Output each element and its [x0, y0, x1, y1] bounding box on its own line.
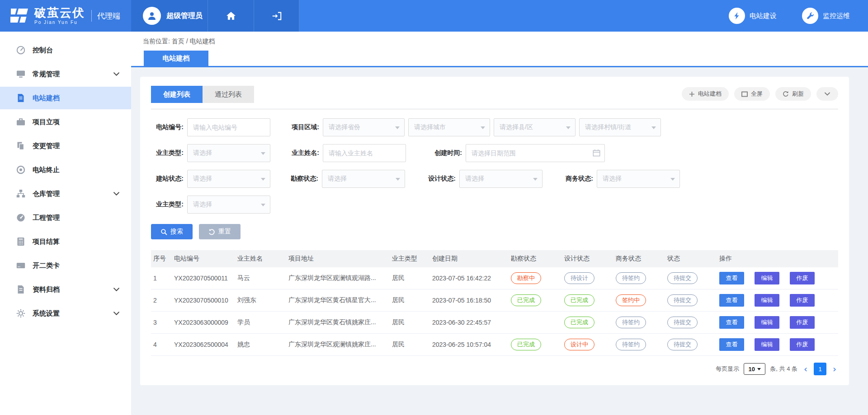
- view-button[interactable]: 查看: [719, 272, 744, 284]
- caret-down-icon: [396, 178, 400, 181]
- sidebar-item-open-class2-card[interactable]: 开二类卡: [0, 254, 131, 277]
- reset-button[interactable]: 重置: [199, 224, 241, 239]
- refresh-label: 刷新: [792, 90, 804, 98]
- create-station-label: 电站建档: [698, 90, 722, 98]
- reset-icon: [208, 228, 215, 235]
- tab-create-list[interactable]: 创建列表: [151, 86, 203, 103]
- field-region: 项目区域: 请选择省份 请选择城市 请选择县/区 请选择村镇/街道: [287, 118, 665, 136]
- user-menu[interactable]: 超级管理员: [131, 0, 208, 32]
- view-button[interactable]: 查看: [719, 338, 744, 351]
- owner-type-select[interactable]: 请选择: [187, 144, 270, 162]
- view-button[interactable]: 查看: [719, 294, 744, 307]
- create-station-button[interactable]: 电站建档: [682, 87, 729, 101]
- col-survey: 勘察状态: [511, 255, 564, 263]
- prev-page-button[interactable]: ‹: [802, 364, 809, 373]
- select-placeholder: 请选择城市: [414, 123, 446, 131]
- field-owner-type: 业主类型: 请选择: [151, 144, 270, 162]
- sidebar-item-label: 项目结算: [33, 238, 60, 246]
- tab-passed-list[interactable]: 通过列表: [203, 86, 254, 103]
- main-content: 当前位置: 首页 / 电站建档 电站建档 创建列表 通过列表 电站建档: [131, 32, 868, 415]
- col-design: 设计状态: [564, 255, 616, 263]
- void-button[interactable]: 作废: [790, 294, 815, 307]
- void-button[interactable]: 作废: [790, 316, 815, 329]
- field-label: 商务状态:: [561, 175, 593, 183]
- module-station-build[interactable]: 电站建设: [729, 8, 777, 24]
- home-button[interactable]: [208, 0, 254, 32]
- sidebar-item-data-archive[interactable]: 资料归档: [0, 278, 131, 301]
- filter-actions: 搜索 重置: [151, 224, 838, 239]
- copy-icon: [16, 141, 25, 150]
- user-icon: [146, 10, 157, 21]
- refresh-button[interactable]: 刷新: [775, 87, 811, 101]
- calculator-icon: [16, 237, 25, 246]
- survey-status-select[interactable]: 请选择: [322, 170, 405, 188]
- edit-button[interactable]: 编辑: [755, 316, 779, 329]
- sidebar-item-console[interactable]: 控制台: [0, 39, 131, 61]
- chevron-down-icon: [113, 312, 119, 315]
- edit-button[interactable]: 编辑: [755, 272, 779, 284]
- edit-button[interactable]: 编辑: [755, 338, 779, 351]
- date-range-picker[interactable]: [466, 144, 605, 162]
- view-button[interactable]: 查看: [719, 316, 744, 329]
- select-placeholder: 请选择: [465, 175, 484, 183]
- caret-down-icon: [670, 178, 675, 181]
- next-page-button[interactable]: ›: [831, 364, 838, 373]
- void-button[interactable]: 作废: [790, 272, 815, 284]
- col-status: 状态: [667, 255, 719, 263]
- province-select[interactable]: 请选择省份: [323, 118, 405, 136]
- caret-down-icon: [261, 204, 265, 206]
- select-placeholder: 请选择: [603, 175, 622, 183]
- sidebar-item-project-initiation[interactable]: 项目立项: [0, 111, 131, 133]
- sidebar-item-station-archive[interactable]: 电站建档: [0, 87, 131, 109]
- county-select[interactable]: 请选择县/区: [494, 118, 576, 136]
- chevron-down-icon: [825, 92, 830, 96]
- business-status-select[interactable]: 请选择: [597, 170, 680, 188]
- sidebar-item-warehouse-mgmt[interactable]: 仓库管理: [0, 182, 131, 205]
- build-status-select[interactable]: 请选择: [187, 170, 270, 188]
- reset-label: 重置: [218, 228, 231, 236]
- current-page-button[interactable]: 1: [814, 363, 826, 375]
- owner-type-2-select[interactable]: 请选择: [187, 196, 270, 214]
- sidebar-item-system-settings[interactable]: 系统设置: [0, 302, 131, 325]
- collapse-button[interactable]: [816, 87, 838, 101]
- sidebar-item-project-settlement[interactable]: 项目结算: [0, 230, 131, 253]
- fullscreen-button[interactable]: 全屏: [734, 87, 770, 101]
- town-select[interactable]: 请选择村镇/街道: [579, 118, 661, 136]
- field-label: 建站状态:: [151, 175, 184, 183]
- city-select[interactable]: 请选择城市: [408, 118, 490, 136]
- cell-station-no: YX2023062500004: [174, 341, 237, 348]
- edit-button[interactable]: 编辑: [755, 294, 779, 307]
- calendar-icon: [593, 149, 600, 157]
- select-placeholder: 请选择: [328, 175, 347, 183]
- chevron-down-icon: [113, 72, 119, 76]
- caret-down-icon: [481, 126, 485, 129]
- document-icon: [16, 93, 25, 103]
- sidebar-item-engineering-mgmt[interactable]: 工程管理: [0, 206, 131, 229]
- page-tab-station-archive[interactable]: 电站建档: [144, 51, 208, 66]
- search-button[interactable]: 搜索: [151, 224, 193, 239]
- logo-icon: [10, 7, 29, 24]
- cell-created: 2023-07-05 16:42:22: [432, 275, 511, 282]
- filter-form: 电站编号: 项目区域: 请选择省份 请选择城市 请选择县/区 请选择村镇/街道 …: [151, 118, 838, 239]
- cell-owner: 刘强东: [237, 296, 288, 304]
- design-status-select[interactable]: 请选择: [459, 170, 542, 188]
- sidebar-item-station-termination[interactable]: 电站终止: [0, 159, 131, 181]
- station-no-input[interactable]: [187, 118, 270, 136]
- page-size-select[interactable]: 10: [744, 363, 765, 375]
- col-owner-type: 业主类型: [392, 255, 432, 263]
- sidebar-item-change-mgmt[interactable]: 变更管理: [0, 135, 131, 157]
- logout-icon: [272, 12, 282, 20]
- logout-button[interactable]: [254, 0, 299, 32]
- pagination: 每页显示 10 条, 共 4 条 ‹ 1 ›: [151, 363, 838, 375]
- owner-name-input[interactable]: [323, 144, 406, 162]
- sidebar-item-general-mgmt[interactable]: 常规管理: [0, 63, 131, 85]
- status-badge: 待设计: [564, 272, 594, 284]
- cell-owner-type: 居民: [392, 340, 432, 349]
- date-range-input[interactable]: [466, 144, 605, 162]
- panel-card: 创建列表 通过列表 电站建档 全屏: [140, 77, 849, 385]
- void-button[interactable]: 作废: [790, 338, 815, 351]
- col-business: 商务状态: [616, 255, 667, 263]
- module-monitor-ops[interactable]: 监控运维: [802, 8, 850, 24]
- table-row: 3 YX2023063000009 学员 广东深圳龙华区黄石镇姚家庄... 居民…: [151, 312, 838, 334]
- avatar: [143, 7, 161, 25]
